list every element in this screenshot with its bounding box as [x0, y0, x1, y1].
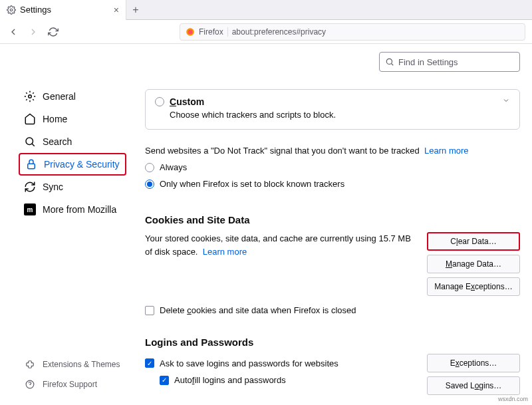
svg-point-3 [29, 95, 32, 98]
sidebar-item-label: Privacy & Security [44, 159, 120, 170]
delete-on-close-label: Delete cookies and site data when Firefo… [160, 305, 356, 315]
sidebar-item-label: Home [43, 114, 67, 124]
gear-icon [7, 5, 16, 15]
custom-desc: Choose which trackers and scripts to blo… [170, 110, 510, 120]
svg-point-4 [26, 138, 33, 145]
logins-heading: Logins and Passwords [145, 335, 416, 350]
saved-logins-button[interactable]: Saved Logins… [427, 376, 520, 395]
autofill-label: Autofill logins and passwords [174, 374, 286, 387]
search-icon [24, 136, 36, 148]
custom-title: Custom [170, 96, 204, 107]
tab-title: Settings [20, 5, 51, 15]
radio-only-block[interactable] [145, 180, 154, 189]
sidebar-item-label: Sync [43, 182, 63, 192]
ask-save-checkbox[interactable] [145, 358, 154, 368]
gear-icon [24, 90, 36, 102]
sidebar-item-home[interactable]: Home [19, 108, 126, 130]
svg-point-2 [188, 29, 193, 34]
tab-settings[interactable]: Settings × [0, 0, 126, 20]
chevron-down-icon [502, 96, 510, 104]
manage-exceptions-button[interactable]: Manage Exceptions… [427, 277, 520, 296]
cookies-usage: Your stored cookies, site data, and cach… [145, 232, 416, 296]
sidebar-extensions[interactable]: Extensions & Themes [19, 356, 126, 373]
radio-only-block-label: Only when Firefox is set to block known … [160, 179, 344, 189]
search-placeholder: Find in Settings [398, 57, 458, 67]
sidebar-item-more[interactable]: m More from Mozilla [19, 198, 126, 221]
manage-data-button[interactable]: Manage Data… [427, 255, 520, 273]
cookies-learn-more[interactable]: Learn more [203, 247, 247, 257]
sync-icon [24, 181, 36, 193]
sidebar-item-label: More from Mozilla [43, 204, 116, 215]
sidebar-item-label: General [43, 91, 76, 102]
radio-always-label: Always [160, 162, 187, 172]
sidebar-item-sync[interactable]: Sync [19, 176, 126, 198]
radio-always[interactable] [145, 163, 154, 172]
url-bar[interactable]: Firefox about:preferences#privacy [180, 23, 525, 41]
new-tab-button[interactable]: + [126, 4, 145, 16]
sidebar-footer-label: Extensions & Themes [43, 360, 120, 369]
puzzle-icon [24, 358, 36, 370]
back-button[interactable] [7, 25, 20, 39]
sidebar-item-privacy[interactable]: Privacy & Security [19, 153, 126, 176]
lock-icon [25, 158, 37, 170]
main-panel: Find in Settings Custom Choose which tra… [133, 44, 532, 405]
watermark: wsxdn.com [498, 396, 528, 402]
search-icon [385, 57, 394, 67]
radio-custom[interactable] [155, 97, 164, 106]
question-icon [24, 378, 36, 390]
ask-save-label: Ask to save logins and passwords for web… [160, 357, 338, 370]
clear-data-button[interactable]: Clear Data… [427, 232, 520, 251]
nav-toolbar: Firefox about:preferences#privacy [0, 20, 532, 44]
sidebar: General Home Search Privacy & Security S… [0, 44, 133, 405]
forward-button[interactable] [27, 25, 40, 39]
dnt-learn-more[interactable]: Learn more [424, 146, 468, 156]
logins-exceptions-button[interactable]: Exceptions… [427, 354, 520, 372]
url-text: about:preferences#privacy [232, 27, 326, 37]
sidebar-item-search[interactable]: Search [19, 130, 126, 153]
sidebar-support[interactable]: Firefox Support [19, 376, 126, 393]
delete-on-close-checkbox[interactable] [145, 306, 154, 315]
svg-point-0 [10, 9, 13, 11]
mozilla-icon: m [24, 203, 36, 215]
search-input[interactable]: Find in Settings [379, 52, 520, 72]
sidebar-footer-label: Firefox Support [43, 380, 97, 389]
dnt-text: Send websites a "Do Not Track" signal th… [145, 146, 520, 156]
autofill-checkbox[interactable] [160, 376, 169, 385]
reload-button[interactable] [47, 25, 60, 39]
svg-point-9 [386, 59, 392, 64]
custom-option[interactable]: Custom Choose which trackers and scripts… [145, 89, 520, 130]
sidebar-item-label: Search [43, 136, 72, 147]
tab-strip: Settings × + [0, 0, 532, 20]
home-icon [24, 113, 36, 125]
firefox-icon [186, 27, 195, 37]
url-identity: Firefox [199, 27, 228, 37]
sidebar-item-general[interactable]: General [19, 85, 126, 108]
cookies-heading: Cookies and Site Data [145, 214, 520, 225]
svg-rect-5 [28, 164, 35, 169]
svg-text:m: m [27, 206, 33, 213]
close-icon[interactable]: × [114, 5, 119, 15]
